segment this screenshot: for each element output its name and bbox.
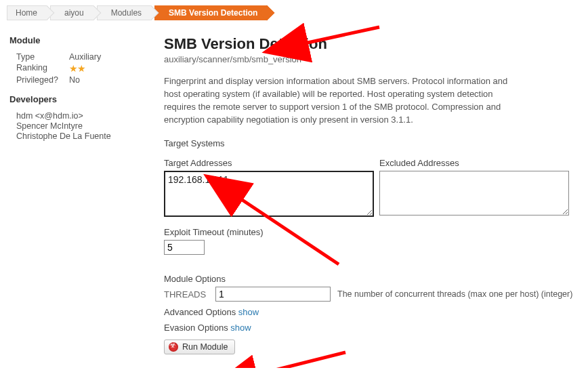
threads-input[interactable] <box>215 287 331 302</box>
advanced-options-label: Advanced Options <box>164 307 236 317</box>
module-description: Fingerprint and display version informat… <box>164 75 516 126</box>
evasion-options-show-link[interactable]: show <box>230 323 251 333</box>
excluded-addresses-label: Excluded Addresses <box>379 158 569 168</box>
developer-item: Spencer McIntyre <box>16 121 145 131</box>
exploit-timeout-label: Exploit Timeout (minutes) <box>164 227 579 237</box>
evasion-options-label: Evasion Options <box>164 323 228 333</box>
ranking-label: Ranking <box>16 63 69 74</box>
privileged-value: No <box>69 75 80 85</box>
threads-label: THREADS <box>164 289 211 300</box>
target-addresses-label: Target Addresses <box>164 158 374 168</box>
developer-item: hdm <x@hdm.io> <box>16 111 145 121</box>
biohazard-icon <box>169 342 178 352</box>
module-path: auxiliary/scanner/smb/smb_version <box>164 54 579 64</box>
module-heading: Module <box>9 35 145 45</box>
page-title: SMB Version Detection <box>164 35 579 53</box>
privileged-label: Privileged? <box>16 75 69 85</box>
exploit-timeout-input[interactable] <box>164 240 205 255</box>
main-content: SMB Version Detection auxiliary/scanner/… <box>152 35 579 354</box>
run-module-label: Run Module <box>182 342 228 352</box>
excluded-addresses-input[interactable] <box>379 171 569 215</box>
type-value: Auxiliary <box>69 52 101 62</box>
module-options-heading: Module Options <box>164 274 579 284</box>
developers-heading: Developers <box>9 94 145 104</box>
run-module-button[interactable]: Run Module <box>164 339 235 354</box>
breadcrumb: Home aiyou Modules SMB Version Detection <box>0 0 588 23</box>
breadcrumb-modules[interactable]: Modules <box>97 5 152 20</box>
target-addresses-input[interactable] <box>164 171 374 217</box>
breadcrumb-current[interactable]: SMB Version Detection <box>154 5 268 20</box>
breadcrumb-project[interactable]: aiyou <box>50 5 94 20</box>
developer-item: Christophe De La Fuente <box>16 131 145 141</box>
ranking-stars-icon: ★★ <box>69 63 85 74</box>
type-label: Type <box>16 52 69 62</box>
advanced-options-show-link[interactable]: show <box>238 307 259 317</box>
target-systems-heading: Target Systems <box>164 138 579 148</box>
developers-list: hdm <x@hdm.io> Spencer McIntyre Christop… <box>16 111 145 141</box>
threads-help: The number of concurrent threads (max on… <box>337 289 572 299</box>
sidebar: Module Type Auxiliary Ranking ★★ Privile… <box>9 35 152 354</box>
breadcrumb-home[interactable]: Home <box>7 5 47 20</box>
